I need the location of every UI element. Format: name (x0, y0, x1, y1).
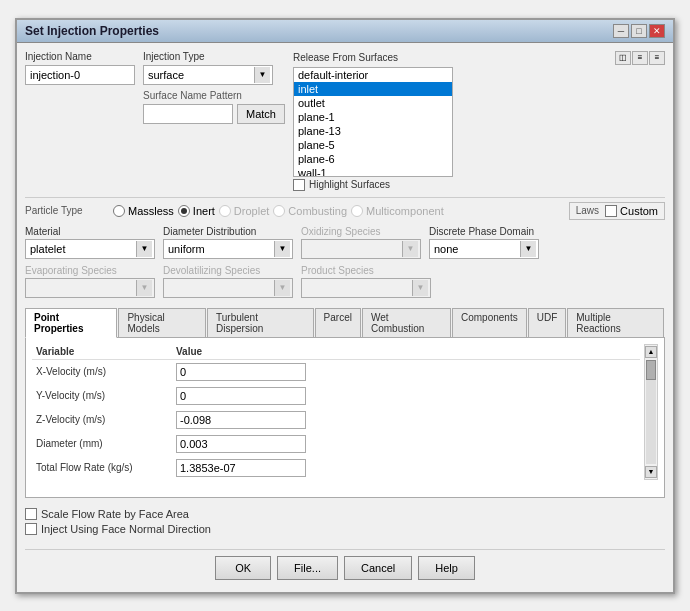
list-item[interactable]: plane-5 (294, 138, 452, 152)
radio-circle-inert (178, 205, 190, 217)
radio-droplet[interactable]: Droplet (219, 205, 269, 217)
tab-content-wrapper: Variable Value X-Velocity (m/s) (32, 344, 658, 480)
radio-circle-droplet (219, 205, 231, 217)
radio-combusting[interactable]: Combusting (273, 205, 347, 217)
devolatilizing-species-combo[interactable]: ▼ (163, 278, 293, 298)
release-from-surfaces-label: Release From Surfaces (293, 52, 398, 63)
value-total-flow-rate[interactable] (176, 459, 306, 477)
match-button[interactable]: Match (237, 104, 285, 124)
diameter-distribution-label: Diameter Distribution (163, 226, 293, 237)
scroll-thumb[interactable] (646, 360, 656, 380)
highlight-surfaces-checkbox[interactable] (293, 179, 305, 191)
material-combo[interactable]: platelet ▼ (25, 239, 155, 259)
particle-type-label: Particle Type (25, 205, 105, 216)
discrete-phase-domain-combo[interactable]: none ▼ (429, 239, 539, 259)
list-item[interactable]: plane-13 (294, 124, 452, 138)
laws-label: Laws (576, 205, 599, 216)
dialog-window: Set Injection Properties ─ □ ✕ Injection… (15, 18, 675, 594)
evaporating-species-label: Evaporating Species (25, 265, 155, 276)
diameter-distribution-arrow[interactable]: ▼ (274, 241, 290, 257)
value-diameter-cell (172, 432, 640, 456)
injection-type-label: Injection Type (143, 51, 285, 62)
injection-name-label: Injection Name (25, 51, 135, 62)
col-variable: Variable (32, 344, 172, 360)
injection-type-section: Injection Type surface ▼ Surface Name Pa… (143, 51, 285, 124)
release-icon-1[interactable]: ◫ (615, 51, 631, 65)
radio-label-multicomponent: Multicomponent (366, 205, 444, 217)
inject-normal-row: Inject Using Face Normal Direction (25, 523, 665, 535)
release-icon-3[interactable]: ≡ (649, 51, 665, 65)
material-field: Material platelet ▼ (25, 226, 155, 259)
tab-components[interactable]: Components (452, 308, 527, 337)
product-species-field: Product Species ▼ (301, 265, 431, 298)
value-diameter[interactable] (176, 435, 306, 453)
value-total-flow-rate-cell (172, 456, 640, 480)
devolatilizing-species-field: Devolatilizing Species ▼ (163, 265, 293, 298)
diameter-distribution-combo[interactable]: uniform ▼ (163, 239, 293, 259)
inject-normal-checkbox[interactable] (25, 523, 37, 535)
bottom-checks: Scale Flow Rate by Face Area Inject Usin… (25, 504, 665, 539)
custom-checkbox[interactable] (605, 205, 617, 217)
radio-multicomponent[interactable]: Multicomponent (351, 205, 444, 217)
laws-group: Laws Custom (569, 202, 665, 220)
injection-name-input[interactable] (25, 65, 135, 85)
discrete-phase-domain-arrow[interactable]: ▼ (520, 241, 536, 257)
scroll-down-button[interactable]: ▼ (645, 466, 657, 478)
file-button[interactable]: File... (277, 556, 338, 580)
product-species-combo[interactable]: ▼ (301, 278, 431, 298)
tab-point-properties[interactable]: Point Properties (25, 308, 117, 338)
list-item[interactable]: plane-6 (294, 152, 452, 166)
surface-pattern-row: Match (143, 104, 285, 124)
radio-circle-massless (113, 205, 125, 217)
title-bar-buttons: ─ □ ✕ (613, 24, 665, 38)
injection-type-group: Injection Type surface ▼ (143, 51, 285, 85)
diameter-distribution-value: uniform (166, 243, 274, 255)
tab-multiple-reactions[interactable]: Multiple Reactions (567, 308, 664, 337)
table-row: Diameter (mm) (32, 432, 640, 456)
close-button[interactable]: ✕ (649, 24, 665, 38)
release-from-surfaces-panel: Release From Surfaces ◫ ≡ ≡ default-inte… (293, 51, 665, 191)
value-y-velocity-cell (172, 384, 640, 408)
help-button[interactable]: Help (418, 556, 475, 580)
tab-parcel[interactable]: Parcel (315, 308, 361, 337)
release-icon-2[interactable]: ≡ (632, 51, 648, 65)
radio-inert[interactable]: Inert (178, 205, 215, 217)
release-surfaces-list[interactable]: default-interior inlet outlet plane-1 pl… (293, 67, 453, 177)
devolatilizing-species-arrow: ▼ (274, 280, 290, 296)
discrete-phase-domain-value: none (432, 243, 520, 255)
tab-udf[interactable]: UDF (528, 308, 567, 337)
table-row: Z-Velocity (m/s) (32, 408, 640, 432)
surface-name-pattern-input[interactable] (143, 104, 233, 124)
bottom-buttons: OK File... Cancel Help (25, 549, 665, 584)
oxidizing-species-arrow: ▼ (402, 241, 418, 257)
dialog-content: Injection Name Injection Type surface ▼ … (17, 43, 673, 592)
cancel-button[interactable]: Cancel (344, 556, 412, 580)
variable-y-velocity: Y-Velocity (m/s) (32, 384, 172, 408)
oxidizing-species-combo[interactable]: ▼ (301, 239, 421, 259)
tab-physical-models[interactable]: Physical Models (118, 308, 206, 337)
radio-massless[interactable]: Massless (113, 205, 174, 217)
maximize-button[interactable]: □ (631, 24, 647, 38)
surface-name-pattern-label: Surface Name Pattern (143, 90, 285, 101)
value-x-velocity[interactable] (176, 363, 306, 381)
value-x-velocity-cell (172, 359, 640, 384)
species-row: Evaporating Species ▼ Devolatilizing Spe… (25, 265, 665, 298)
minimize-button[interactable]: ─ (613, 24, 629, 38)
scale-flow-checkbox[interactable] (25, 508, 37, 520)
list-item[interactable]: inlet (294, 82, 452, 96)
list-item[interactable]: default-interior (294, 68, 452, 82)
value-y-velocity[interactable] (176, 387, 306, 405)
tab-wet-combustion[interactable]: Wet Combustion (362, 308, 451, 337)
evaporating-species-combo[interactable]: ▼ (25, 278, 155, 298)
list-item[interactable]: wall-1 (294, 166, 452, 177)
injection-type-arrow[interactable]: ▼ (254, 67, 270, 83)
radio-circle-combusting (273, 205, 285, 217)
tab-turbulent-dispersion[interactable]: Turbulent Dispersion (207, 308, 314, 337)
list-item[interactable]: plane-1 (294, 110, 452, 124)
material-arrow[interactable]: ▼ (136, 241, 152, 257)
value-z-velocity[interactable] (176, 411, 306, 429)
list-item[interactable]: outlet (294, 96, 452, 110)
scroll-up-button[interactable]: ▲ (645, 346, 657, 358)
ok-button[interactable]: OK (215, 556, 271, 580)
injection-type-combo[interactable]: surface ▼ (143, 65, 273, 85)
